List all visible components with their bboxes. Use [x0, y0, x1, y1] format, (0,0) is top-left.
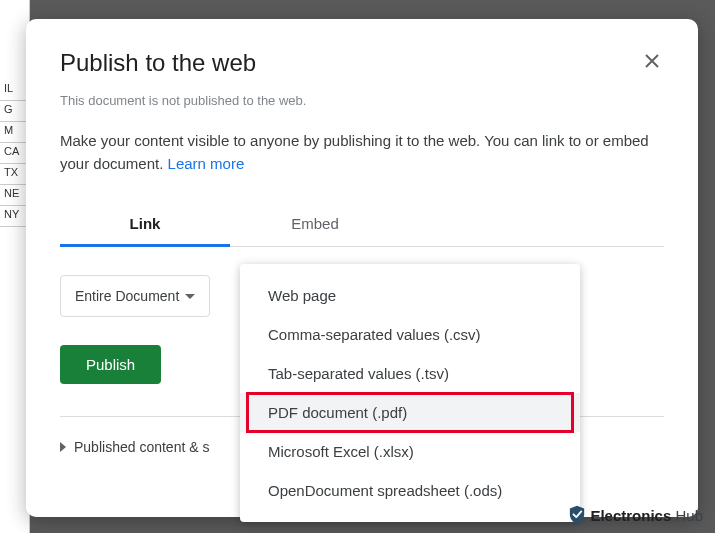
row-cell: NE	[0, 185, 29, 206]
shield-icon	[568, 505, 586, 525]
expander-label: Published content & s	[74, 439, 209, 455]
publish-status: This document is not published to the we…	[60, 93, 664, 108]
row-cell: TX	[0, 164, 29, 185]
close-icon	[644, 53, 660, 69]
menu-item-webpage[interactable]: Web page	[240, 276, 580, 315]
learn-more-link[interactable]: Learn more	[168, 155, 245, 172]
watermark: Electronics Hub	[568, 505, 703, 525]
description-text: Make your content visible to anyone by p…	[60, 132, 649, 172]
menu-item-xlsx[interactable]: Microsoft Excel (.xlsx)	[240, 432, 580, 471]
row-cell: IL	[0, 80, 29, 101]
menu-item-pdf[interactable]: PDF document (.pdf)	[240, 393, 580, 432]
chevron-down-icon	[185, 294, 195, 299]
menu-item-csv[interactable]: Comma-separated values (.csv)	[240, 315, 580, 354]
row-cell: G	[0, 101, 29, 122]
menu-item-ods[interactable]: OpenDocument spreadsheet (.ods)	[240, 471, 580, 510]
chevron-right-icon	[60, 442, 66, 452]
close-button[interactable]	[640, 49, 664, 73]
scope-dropdown[interactable]: Entire Document	[60, 275, 210, 317]
row-cell: M	[0, 122, 29, 143]
menu-item-label: PDF document (.pdf)	[268, 404, 407, 421]
format-dropdown-menu: Web page Comma-separated values (.csv) T…	[240, 264, 580, 522]
row-cell: NY	[0, 206, 29, 227]
dialog-title: Publish to the web	[60, 49, 256, 77]
watermark-text2: Hub	[675, 507, 703, 524]
tab-embed[interactable]: Embed	[230, 203, 400, 246]
tab-link[interactable]: Link	[60, 203, 230, 247]
menu-item-tsv[interactable]: Tab-separated values (.tsv)	[240, 354, 580, 393]
watermark-text1: Electronics	[590, 507, 671, 524]
scope-dropdown-label: Entire Document	[75, 288, 179, 304]
tab-bar: Link Embed	[60, 203, 664, 247]
dialog-description: Make your content visible to anyone by p…	[60, 130, 664, 175]
row-cell: CA	[0, 143, 29, 164]
publish-button[interactable]: Publish	[60, 345, 161, 384]
